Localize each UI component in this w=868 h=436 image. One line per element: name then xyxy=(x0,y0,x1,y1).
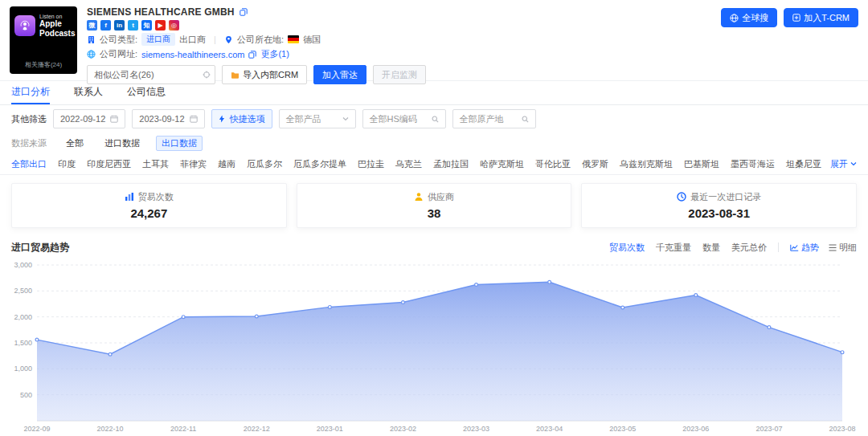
add-square-icon xyxy=(792,14,800,22)
divider: | xyxy=(214,35,216,44)
svg-text:2022-10: 2022-10 xyxy=(97,425,124,433)
metric-button-0[interactable]: 贸易次数 xyxy=(609,242,645,254)
product-select-value: 全部产品 xyxy=(286,113,321,125)
country-tab-1[interactable]: 印度 xyxy=(58,158,76,170)
company-type-importer-tag[interactable]: 进口商 xyxy=(141,33,175,46)
svg-text:2022-12: 2022-12 xyxy=(244,425,270,433)
view-toggle: 趋势明细 xyxy=(790,242,857,254)
svg-text:2023-04: 2023-04 xyxy=(536,425,563,433)
company-info: SIEMENS HEALTHCARE GMBH 微fint知▶◎ 公司类型: 进… xyxy=(87,6,426,74)
company-type-exporter[interactable]: 出口商 xyxy=(179,34,206,46)
linkedin-icon[interactable]: in xyxy=(114,20,125,31)
stat-value: 2023-08-31 xyxy=(582,206,856,220)
origin-select[interactable]: 全部原产地 xyxy=(452,109,536,128)
svg-text:1,000: 1,000 xyxy=(14,365,32,373)
similar-company-field xyxy=(87,65,215,84)
data-source-option-0[interactable]: 全部 xyxy=(61,137,88,150)
country-tab-0[interactable]: 全部出口 xyxy=(11,158,47,170)
copy-icon[interactable] xyxy=(248,51,256,59)
facebook-icon[interactable]: f xyxy=(100,20,111,31)
date-from-value: 2022-09-12 xyxy=(60,114,105,124)
tab-company-info[interactable]: 公司信息 xyxy=(127,81,166,104)
country-tab-15[interactable]: 巴基斯坦 xyxy=(684,158,719,170)
instagram-icon[interactable]: ◎ xyxy=(169,20,179,31)
country-tab-17[interactable]: 坦桑尼亚 xyxy=(786,158,821,170)
country-tab-2[interactable]: 印度尼西亚 xyxy=(87,158,131,170)
website-label: 公司网址: xyxy=(100,48,137,60)
folder-import-icon xyxy=(231,71,240,79)
logo-listen-on: Listen on xyxy=(39,14,75,19)
germany-flag-icon xyxy=(288,35,299,43)
twitter-icon[interactable]: t xyxy=(128,20,138,31)
country-tab-13[interactable]: 俄罗斯 xyxy=(582,158,608,170)
company-actions-row: 导入内部CRM 加入雷达 开启监测 xyxy=(87,65,426,84)
tab-import-analysis[interactable]: 进口分析 xyxy=(11,81,50,104)
similar-company-input[interactable] xyxy=(87,65,215,84)
zhihu-icon[interactable]: 知 xyxy=(141,20,152,31)
hs-code-select[interactable]: 全部HS编码 xyxy=(362,109,446,128)
youtube-icon[interactable]: ▶ xyxy=(155,20,166,31)
globe-icon xyxy=(730,14,739,22)
global-search-button[interactable]: 全球搜 xyxy=(721,8,777,27)
lightning-icon xyxy=(219,115,225,123)
logo-brand: Apple Podcasts xyxy=(39,19,75,38)
country-tab-11[interactable]: 哈萨克斯坦 xyxy=(480,158,524,170)
detail-view-button[interactable]: 明细 xyxy=(829,242,857,254)
add-radar-label: 加入雷达 xyxy=(322,69,358,81)
more-link[interactable]: 更多(1) xyxy=(260,48,289,60)
add-radar-button[interactable]: 加入雷达 xyxy=(313,65,366,84)
country-tab-8[interactable]: 巴拉圭 xyxy=(358,158,384,170)
date-from-picker[interactable]: 2022-09-12 xyxy=(53,109,125,128)
add-tcrm-button[interactable]: 加入T-CRM xyxy=(784,8,858,27)
quick-options-button[interactable]: 快捷选项 xyxy=(211,109,272,128)
website-link[interactable]: siemens-healthineers.com xyxy=(141,50,244,59)
target-icon[interactable] xyxy=(203,71,211,79)
import-crm-button[interactable]: 导入内部CRM xyxy=(222,65,307,84)
website-row: 公司网址: siemens-healthineers.com 更多(1) xyxy=(87,48,426,60)
company-trade-page: Listen on Apple Podcasts 相关播客(24) SIEMEN… xyxy=(0,0,868,436)
quick-options-label: 快捷选项 xyxy=(230,113,265,125)
metric-button-1[interactable]: 千克重量 xyxy=(656,242,691,254)
copy-icon[interactable] xyxy=(240,8,248,16)
globe-icon xyxy=(87,50,96,59)
country-tab-16[interactable]: 墨西哥海运 xyxy=(731,158,775,170)
product-select[interactable]: 全部产品 xyxy=(279,109,356,128)
metric-button-3[interactable]: 美元总价 xyxy=(731,242,767,254)
import-trend-chart: 5001,0001,5002,0002,5003,0002022-092022-… xyxy=(10,259,858,435)
data-source-option-1[interactable]: 进口数据 xyxy=(100,137,145,150)
start-monitor-button[interactable]: 开启监测 xyxy=(373,65,426,84)
list-icon xyxy=(829,244,837,251)
svg-text:500: 500 xyxy=(20,391,32,399)
svg-text:1,500: 1,500 xyxy=(14,339,32,347)
date-to-picker[interactable]: 2023-09-12 xyxy=(132,109,204,128)
metric-button-2[interactable]: 数量 xyxy=(702,242,720,254)
chart-controls: 贸易次数千克重量数量美元总价 趋势明细 xyxy=(609,242,857,254)
chart-title: 进口贸易趋势 xyxy=(11,241,69,255)
country-tab-7[interactable]: 厄瓜多尔提单 xyxy=(293,158,346,170)
stat-label: 最近一次进口记录 xyxy=(690,191,761,203)
divider xyxy=(778,242,779,252)
data-source-option-2[interactable]: 出口数据 xyxy=(156,136,203,151)
data-source-row: 数据来源 全部进口数据出口数据 xyxy=(0,132,868,153)
start-monitor-label: 开启监测 xyxy=(382,69,417,81)
country-tab-3[interactable]: 土耳其 xyxy=(142,158,169,170)
country-tab-12[interactable]: 哥伦比亚 xyxy=(535,158,571,170)
country-tab-9[interactable]: 乌克兰 xyxy=(395,158,422,170)
trend-view-button[interactable]: 趋势 xyxy=(790,242,819,254)
company-header: Listen on Apple Podcasts 相关播客(24) SIEMEN… xyxy=(0,0,868,81)
weibo-icon[interactable]: 微 xyxy=(87,20,97,31)
global-search-label: 全球搜 xyxy=(742,12,768,24)
tab-contacts[interactable]: 联系人 xyxy=(74,81,103,104)
logo-caption: 相关播客(24) xyxy=(14,60,72,69)
country-tab-14[interactable]: 乌兹别克斯坦 xyxy=(620,158,673,170)
expand-button[interactable]: 展开 xyxy=(830,158,857,170)
country-tab-5[interactable]: 越南 xyxy=(218,158,235,170)
stat-label: 供应商 xyxy=(428,191,454,203)
country-tab-10[interactable]: 孟加拉国 xyxy=(433,158,469,170)
svg-text:2022-11: 2022-11 xyxy=(170,425,196,433)
country-tab-6[interactable]: 厄瓜多尔 xyxy=(247,158,282,170)
country-tab-4[interactable]: 菲律宾 xyxy=(180,158,207,170)
svg-text:2,000: 2,000 xyxy=(14,313,32,321)
search-icon xyxy=(522,116,529,123)
company-name: SIEMENS HEALTHCARE GMBH xyxy=(87,6,235,18)
